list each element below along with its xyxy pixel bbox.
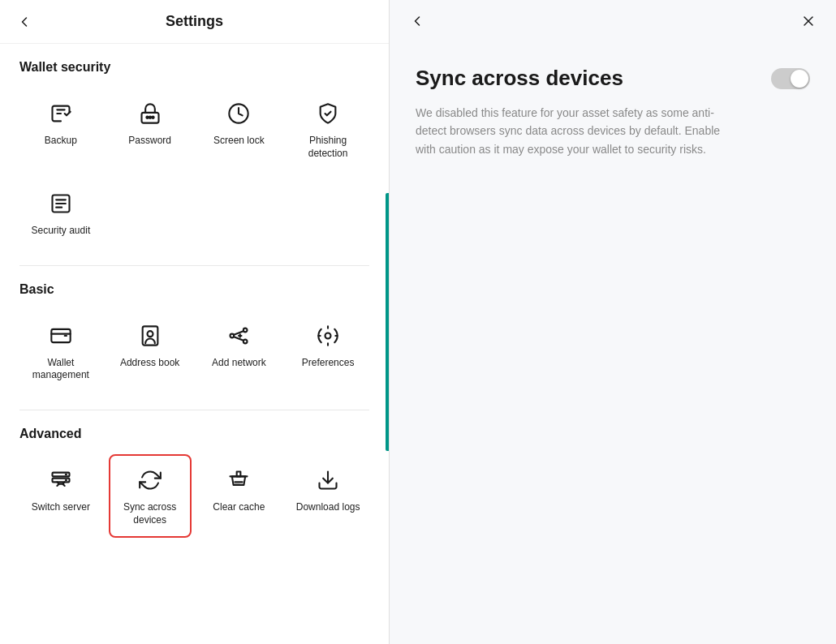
- left-header: Settings: [0, 0, 389, 44]
- phishing-item[interactable]: Phishing detection: [287, 88, 369, 171]
- sync-toggle[interactable]: [771, 68, 810, 89]
- wallet-security-section: Wallet security Backup: [0, 44, 389, 249]
- switch-server-item[interactable]: Switch server: [19, 454, 102, 538]
- wallet-security-grid: Backup Password: [19, 88, 369, 249]
- preferences-item[interactable]: Preferences: [287, 310, 369, 393]
- address-book-item[interactable]: Address book: [109, 310, 192, 393]
- settings-panel: Settings Wallet security Backup: [0, 0, 390, 644]
- wallet-security-title: Wallet security: [19, 60, 369, 75]
- advanced-section: Advanced Switch server: [0, 410, 389, 538]
- toggle-knob: [791, 70, 808, 88]
- svg-rect-9: [51, 329, 70, 342]
- phishing-icon: [313, 99, 343, 128]
- advanced-title: Advanced: [19, 427, 369, 441]
- sync-title: Sync across devices: [416, 66, 623, 91]
- svg-point-3: [152, 117, 153, 118]
- addnetwork-icon: [224, 321, 253, 350]
- clearcache-icon: [224, 466, 253, 495]
- add-network-item[interactable]: Add network: [198, 310, 281, 393]
- switch-server-label: Switch server: [32, 501, 90, 514]
- audit-icon: [46, 189, 75, 218]
- screenlock-icon: [224, 99, 253, 128]
- basic-title: Basic: [19, 282, 369, 297]
- sync-description: We disabled this feature for your asset …: [416, 104, 740, 158]
- preferences-icon: [313, 321, 343, 350]
- backup-label: Backup: [45, 135, 77, 148]
- sync-icon: [136, 466, 165, 495]
- close-button[interactable]: [800, 13, 817, 33]
- clear-cache-label: Clear cache: [213, 501, 265, 514]
- svg-line-15: [235, 331, 244, 335]
- wallet-icon: [46, 321, 75, 350]
- right-content-area: Sync across devices We disabled this fea…: [390, 46, 836, 178]
- security-audit-item[interactable]: Security audit: [19, 178, 102, 249]
- password-item[interactable]: Password: [109, 88, 192, 171]
- switchserver-icon: [46, 466, 75, 495]
- svg-point-11: [147, 331, 153, 337]
- svg-point-2: [149, 117, 150, 118]
- title-row: Sync across devices: [416, 66, 810, 91]
- wallet-management-item[interactable]: Wallet management: [19, 310, 102, 393]
- backup-icon: [46, 99, 75, 128]
- password-label: Password: [128, 135, 171, 148]
- back-button-left[interactable]: [16, 14, 32, 30]
- right-header: [390, 0, 836, 46]
- security-audit-label: Security audit: [32, 225, 91, 238]
- add-network-label: Add network: [212, 357, 266, 370]
- svg-point-19: [325, 333, 331, 338]
- wallet-management-label: Wallet management: [26, 357, 96, 382]
- screenlock-item[interactable]: Screen lock: [198, 88, 281, 171]
- settings-title: Settings: [166, 13, 223, 30]
- scroll-indicator: [386, 193, 389, 451]
- basic-section: Basic Wallet management: [0, 266, 389, 393]
- svg-point-1: [146, 117, 148, 118]
- phishing-label: Phishing detection: [293, 135, 363, 160]
- downloadlogs-icon: [313, 466, 343, 495]
- svg-line-16: [235, 337, 244, 341]
- sync-devices-label: Sync across devices: [115, 501, 185, 526]
- sync-devices-item[interactable]: Sync across devices: [109, 454, 192, 538]
- address-book-label: Address book: [120, 357, 179, 370]
- detail-panel: Sync across devices We disabled this fea…: [390, 0, 836, 644]
- advanced-grid: Switch server Sync across devices: [19, 454, 369, 538]
- screenlock-label: Screen lock: [213, 135, 265, 148]
- preferences-label: Preferences: [302, 357, 355, 370]
- download-logs-item[interactable]: Download logs: [287, 454, 369, 538]
- backup-item[interactable]: Backup: [19, 88, 102, 171]
- basic-grid: Wallet management Address book: [19, 310, 369, 393]
- clear-cache-item[interactable]: Clear cache: [198, 454, 281, 538]
- download-logs-label: Download logs: [296, 501, 360, 514]
- addressbook-icon: [136, 321, 165, 350]
- back-button-right[interactable]: [409, 13, 425, 33]
- password-icon: [136, 99, 165, 128]
